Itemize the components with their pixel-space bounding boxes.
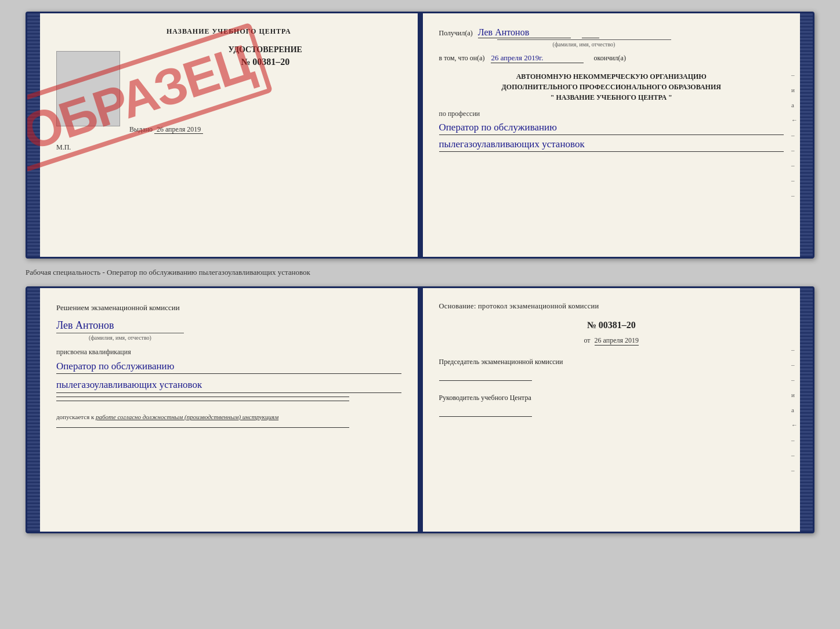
vtom-label: в том, что он(а) [439, 54, 485, 62]
org-line2: ДОПОЛНИТЕЛЬНОГО ПРОФЕССИОНАЛЬНОГО ОБРАЗО… [439, 82, 784, 92]
chairman-label: Председатель экзаменационной комиссии [439, 357, 784, 367]
vtom-row: в том, что он(а) 26 апреля 2019г. окончи… [439, 53, 784, 63]
chairman-signature [439, 369, 532, 381]
po-professii-label: по профессии [439, 110, 480, 118]
cert-header: НАЗВАНИЕ УЧЕБНОГО ЦЕНТРА [56, 27, 401, 36]
bottom-right-page: Основание: протокол экзаменационной коми… [423, 288, 801, 532]
rukov-block: Руководитель учебного Центра [439, 392, 784, 417]
recipient-fio: Лев Антонов [478, 27, 571, 38]
rukov-signature [439, 405, 532, 417]
dopusk-prefix: допускается к [56, 413, 94, 420]
commission-title: Решением экзаменационной комиссии [56, 302, 401, 314]
qual-line1: Оператор по обслуживанию [56, 359, 401, 375]
ot-prefix: от [584, 336, 590, 344]
osnov-title: Основание: протокол экзаменационной коми… [439, 302, 784, 311]
top-right-page: Получил(а) Лев Антонов (фамилия, имя, от… [423, 13, 801, 257]
protocol-number: № 00381–20 [439, 320, 784, 330]
cert-number: № 00381–20 [129, 57, 401, 67]
completion-date: 26 апреля 2019г. [491, 53, 584, 63]
org-block: АВТОНОМНУЮ НЕКОММЕРЧЕСКУЮ ОРГАНИЗАЦИЮ ДО… [439, 71, 784, 103]
photo-placeholder [56, 51, 120, 126]
dopusk-hw: работе согласно должностным (производств… [96, 413, 278, 420]
org-line3: " НАЗВАНИЕ УЧЕБНОГО ЦЕНТРА " [439, 92, 784, 103]
side-marks-bottom: – – – и а ← – – – [791, 346, 798, 474]
poluchil-label: Получил(а) [439, 29, 473, 37]
side-marks-top: – и а ← – – – – – [791, 71, 798, 199]
prof-line1: Оператор по обслуживанию [439, 121, 784, 135]
bottom-fio: Лев Антонов [56, 319, 401, 332]
bottom-spine-left [27, 288, 40, 532]
org-line1: АВТОНОМНУЮ НЕКОММЕРЧЕСКУЮ ОРГАНИЗАЦИЮ [439, 71, 784, 82]
top-left-page: НАЗВАНИЕ УЧЕБНОГО ЦЕНТРА УДОСТОВЕРЕНИЕ №… [40, 13, 419, 257]
spine-right [800, 13, 813, 257]
profession-block: по профессии Оператор по обслуживанию пы… [439, 110, 784, 152]
qual-line2: пылегазоулавливающих установок [56, 377, 401, 393]
vydano-label: Выдано [129, 125, 153, 133]
ot-line: от 26 апреля 2019 [439, 336, 784, 345]
cert-main-left: УДОСТОВЕРЕНИЕ № 00381–20 Выдано 26 апрел… [129, 45, 401, 134]
vydano-date: 26 апреля 2019 [154, 125, 203, 134]
okonchil-label: окончил(а) [593, 54, 625, 62]
top-certificate-book: НАЗВАНИЕ УЧЕБНОГО ЦЕНТРА УДОСТОВЕРЕНИЕ №… [26, 12, 814, 259]
bottom-left-page: Решением экзаменационной комиссии Лев Ан… [40, 288, 419, 532]
prisvoena-label: присвоена квалификация [56, 348, 401, 357]
rukov-label: Руководитель учебного Центра [439, 392, 784, 403]
bottom-certificate-book: Решением экзаменационной комиссии Лев Ан… [26, 286, 814, 533]
fio-hint: (фамилия, имя, отчество) [497, 39, 671, 48]
bottom-spine-right [800, 288, 813, 532]
spine-left [27, 13, 40, 257]
poluchil-row: Получил(а) Лев Антонов (фамилия, имя, от… [439, 27, 784, 48]
ot-date: 26 апреля 2019 [595, 336, 639, 346]
mp-line: М.П. [56, 143, 401, 152]
dopusk-line: допускается к работе согласно должностны… [56, 413, 401, 421]
prof-line2: пылегазоулавливающих установок [439, 137, 784, 152]
separator-text: Рабочая специальность - Оператор по обсл… [26, 266, 814, 279]
cert-content-area: УДОСТОВЕРЕНИЕ № 00381–20 Выдано 26 апрел… [56, 45, 401, 134]
bottom-fio-hint: (фамилия, имя, отчество) [56, 333, 184, 341]
chairman-block: Председатель экзаменационной комиссии [439, 357, 784, 381]
vydano-line: Выдано 26 апреля 2019 [129, 125, 401, 134]
udostoverenie-title: УДОСТОВЕРЕНИЕ [129, 45, 401, 54]
